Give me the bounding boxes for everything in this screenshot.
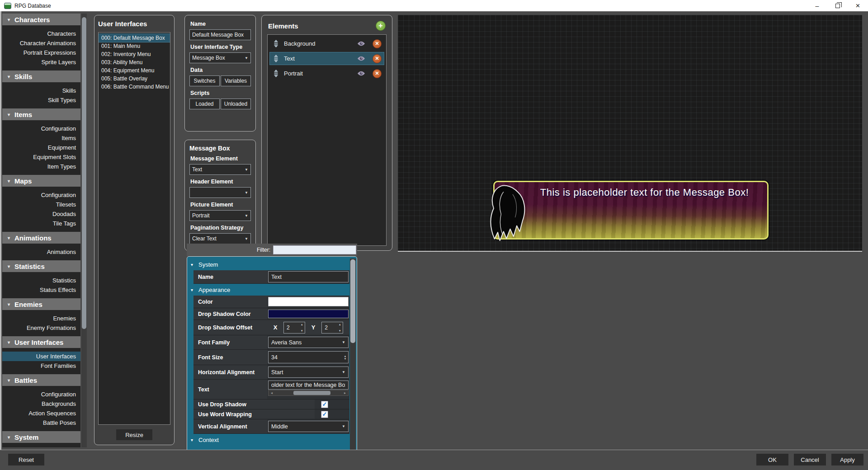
reset-button[interactable]: Reset	[8, 454, 44, 465]
name-input[interactable]	[189, 29, 251, 40]
sidebar-item-items-configuration[interactable]: Configuration	[2, 124, 80, 133]
ui-type-dropdown[interactable]: Message Box ▼	[189, 52, 251, 63]
sidebar-scrollbar[interactable]	[81, 14, 87, 447]
sidebar-item-equipment-slots[interactable]: Equipment Slots	[2, 152, 80, 162]
drag-handle-icon[interactable]	[274, 55, 278, 62]
text-property-input[interactable]	[268, 381, 349, 390]
sidebar-item-user-interfaces[interactable]: User Interfaces	[2, 352, 80, 361]
sidebar-item-tile-tags[interactable]: Tile Tags	[2, 219, 80, 228]
property-grid-scrollbar[interactable]: ▼	[350, 258, 356, 455]
switches-button[interactable]: Switches	[189, 75, 220, 86]
sidebar-item-enemy-formations[interactable]: Enemy Formations	[2, 323, 80, 333]
sidebar-item-font-families[interactable]: Font Families	[2, 361, 80, 371]
sidebar-section-skills[interactable]: ▾ Skills	[2, 70, 80, 82]
sidebar-item-equipment[interactable]: Equipment	[2, 143, 80, 152]
element-row-text[interactable]: Text ✕	[270, 52, 384, 65]
offset-x-stepper[interactable]: 2 ▲▼	[283, 322, 305, 334]
sidebar-item-items[interactable]: Items	[2, 133, 80, 143]
sidebar-item-backgrounds[interactable]: Backgrounds	[2, 399, 80, 409]
variables-button[interactable]: Variables	[221, 75, 251, 86]
scroll-right-icon[interactable]: ▸	[342, 391, 348, 395]
section-header-system[interactable]: ▾ System	[187, 258, 349, 270]
spin-down-icon[interactable]: ▼	[339, 329, 341, 332]
restore-button[interactable]	[827, 0, 848, 11]
picture-element-dropdown[interactable]: Portrait ▼	[189, 210, 251, 221]
sidebar-section-user-interfaces[interactable]: ▾ User Interfaces	[2, 336, 80, 348]
sidebar-item-characters[interactable]: Characters	[2, 29, 80, 38]
color-swatch[interactable]	[268, 297, 349, 306]
sidebar-section-battles[interactable]: ▾ Battles	[2, 374, 80, 386]
scrollbar-thumb[interactable]	[82, 17, 86, 329]
ui-list-item-001[interactable]: 001: Main Menu	[99, 42, 170, 50]
ui-list-item-000[interactable]: 000: Default Message Box	[99, 34, 170, 42]
preview-canvas[interactable]: This is placeholder text for the Message…	[398, 15, 862, 252]
resize-button[interactable]: Resize	[116, 429, 152, 440]
minimize-button[interactable]: –	[807, 0, 827, 11]
ui-list-item-003[interactable]: 003: Ability Menu	[99, 58, 170, 66]
delete-element-button[interactable]: ✕	[373, 69, 382, 78]
spin-down-icon[interactable]: ▼	[344, 357, 347, 360]
cancel-button[interactable]: Cancel	[794, 454, 826, 465]
sidebar-item-battle-poses[interactable]: Battle Poses	[2, 418, 80, 428]
ui-list-item-002[interactable]: 002: Inventory Menu	[99, 50, 170, 58]
ui-list-item-004[interactable]: 004: Equipment Menu	[99, 66, 170, 75]
sidebar-section-statistics[interactable]: ▾ Statistics	[2, 260, 80, 272]
sidebar-section-enemies[interactable]: ▾ Enemies	[2, 298, 80, 310]
filter-input[interactable]	[273, 245, 356, 254]
sidebar-item-status-effects[interactable]: Status Effects	[2, 285, 80, 295]
sidebar-item-doodads[interactable]: Doodads	[2, 209, 80, 219]
font-family-dropdown[interactable]: Averia Sans ▼	[268, 337, 349, 348]
sidebar-section-system[interactable]: ▾ System	[2, 431, 80, 443]
sidebar-item-statistics[interactable]: Statistics	[2, 276, 80, 285]
name-property-input[interactable]	[268, 271, 349, 282]
drag-handle-icon[interactable]	[274, 70, 278, 77]
close-button[interactable]: ×	[848, 0, 868, 11]
visibility-eye-icon[interactable]	[357, 41, 365, 46]
header-element-dropdown[interactable]: ▼	[189, 187, 251, 198]
sidebar-item-skills[interactable]: Skills	[2, 86, 80, 95]
element-row-portrait[interactable]: Portrait ✕	[270, 67, 384, 80]
sidebar-item-skill-types[interactable]: Skill Types	[2, 95, 80, 105]
element-row-background[interactable]: Background ✕	[270, 38, 384, 50]
sidebar-item-sprite-layers[interactable]: Sprite Layers	[2, 57, 80, 67]
sidebar-item-tilesets[interactable]: Tilesets	[2, 200, 80, 209]
section-header-appearance[interactable]: ▾ Appearance	[187, 284, 349, 296]
drop-shadow-color-swatch[interactable]	[268, 310, 349, 318]
sidebar-item-animations[interactable]: Animations	[2, 247, 80, 257]
visibility-eye-icon[interactable]	[357, 56, 365, 61]
loaded-button[interactable]: Loaded	[189, 99, 220, 109]
scrollbar-thumb[interactable]	[350, 259, 355, 343]
sidebar-section-animations[interactable]: ▾ Animations	[2, 232, 80, 244]
offset-y-stepper[interactable]: 2 ▲▼	[321, 322, 343, 334]
sidebar-item-item-types[interactable]: Item Types	[2, 162, 80, 171]
scrollbar-thumb[interactable]	[293, 391, 330, 395]
unloaded-button[interactable]: Unloaded	[221, 99, 251, 109]
spin-up-icon[interactable]: ▲	[339, 323, 341, 326]
delete-element-button[interactable]: ✕	[373, 39, 382, 48]
sidebar-item-maps-configuration[interactable]: Configuration	[2, 190, 80, 200]
message-element-dropdown[interactable]: Text ▼	[189, 164, 251, 175]
sidebar-item-enemies[interactable]: Enemies	[2, 314, 80, 323]
spin-down-icon[interactable]: ▼	[301, 329, 303, 332]
vertical-alignment-dropdown[interactable]: Middle ▼	[268, 421, 349, 432]
visibility-eye-icon[interactable]	[357, 71, 365, 76]
pagination-strategy-dropdown[interactable]: Clear Text ▼	[189, 233, 251, 244]
scroll-left-icon[interactable]: ◂	[269, 391, 275, 395]
font-size-stepper[interactable]: 34 ▲▼	[268, 351, 349, 363]
drag-handle-icon[interactable]	[274, 40, 278, 47]
sidebar-item-character-animations[interactable]: Character Animations	[2, 38, 80, 48]
ui-list-item-005[interactable]: 005: Battle Overlay	[99, 75, 170, 83]
ui-list-item-006[interactable]: 006: Battle Command Menu	[99, 83, 170, 91]
horizontal-alignment-dropdown[interactable]: Start ▼	[268, 367, 349, 378]
sidebar-section-items[interactable]: ▾ Items	[2, 108, 80, 120]
sidebar-item-battles-configuration[interactable]: Configuration	[2, 390, 80, 399]
sidebar-section-maps[interactable]: ▾ Maps	[2, 175, 80, 187]
apply-button[interactable]: Apply	[831, 454, 863, 465]
delete-element-button[interactable]: ✕	[373, 54, 382, 63]
spin-up-icon[interactable]: ▲	[301, 323, 303, 326]
sidebar-item-portrait-expressions[interactable]: Portrait Expressions	[2, 48, 80, 57]
sidebar-item-action-sequences[interactable]: Action Sequences	[2, 409, 80, 418]
text-horizontal-scrollbar[interactable]: ◂ ▸	[268, 390, 349, 396]
ok-button[interactable]: OK	[756, 454, 788, 465]
use-drop-shadow-checkbox[interactable]: ✓	[321, 401, 328, 408]
